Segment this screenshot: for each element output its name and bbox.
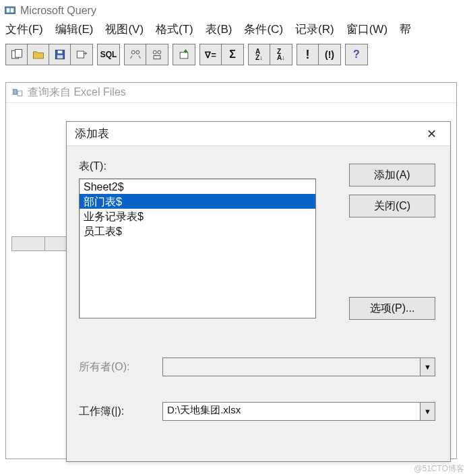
criteria-equals-button[interactable]: ∇= — [200, 44, 222, 65]
list-item[interactable]: Sheet2$ — [80, 179, 315, 194]
help-icon: ? — [353, 48, 360, 61]
exclaim-label: ! — [306, 48, 310, 62]
list-item[interactable]: 部门表$ — [80, 194, 315, 209]
menu-file[interactable]: 文件(F) — [5, 22, 43, 37]
app-title: Microsoft Query — [20, 5, 96, 17]
menu-criteria[interactable]: 条件(C) — [244, 22, 283, 37]
svg-point-12 — [158, 50, 161, 54]
dialog-title: 添加表 — [75, 126, 109, 141]
svg-rect-7 — [57, 55, 62, 59]
new-query-button[interactable] — [6, 44, 28, 65]
svg-rect-8 — [77, 51, 84, 58]
toolbar: SQL ∇= Σ AZ↓ ZA↓ ! (!) ? — [0, 41, 467, 69]
new-icon — [10, 48, 24, 61]
sort-desc-label: ZA↓ — [277, 48, 285, 61]
owner-value — [163, 358, 420, 376]
sort-desc-button[interactable]: ZA↓ — [270, 44, 292, 65]
svg-rect-14 — [180, 53, 188, 59]
criteria-icon — [150, 48, 164, 61]
table-listbox[interactable]: Sheet2$部门表$业务记录表$员工表$ — [79, 178, 316, 318]
owner-label: 所有者(O): — [79, 360, 153, 374]
dialog-titlebar: 添加表 ✕ — [67, 122, 450, 146]
menu-window[interactable]: 窗口(W) — [346, 22, 387, 37]
svg-point-9 — [131, 50, 135, 54]
list-item[interactable]: 业务记录表$ — [80, 209, 315, 224]
owner-row: 所有者(O): ▼ — [79, 358, 435, 376]
svg-rect-1 — [7, 8, 10, 12]
child-window-title: 查询来自 Excel Files — [28, 86, 126, 100]
show-criteria-button[interactable] — [146, 44, 168, 65]
paren-exclaim-label: (!) — [325, 49, 334, 60]
workbook-value: D:\天地集团.xlsx — [163, 403, 420, 420]
totals-button[interactable]: Σ — [222, 44, 243, 65]
child-window-icon — [11, 87, 24, 99]
svg-rect-4 — [15, 50, 22, 58]
filter-eq-label: ∇= — [205, 50, 216, 60]
chevron-down-icon[interactable]: ▼ — [420, 403, 435, 420]
list-item[interactable]: 员工表$ — [80, 224, 315, 238]
open-button[interactable] — [28, 44, 49, 65]
show-tables-button[interactable] — [125, 44, 146, 65]
add-button[interactable]: 添加(A) — [349, 164, 435, 186]
tables-icon — [129, 48, 142, 61]
sql-button[interactable]: SQL — [98, 44, 119, 65]
save-icon — [53, 48, 67, 61]
save-button[interactable] — [49, 44, 71, 65]
sql-label: SQL — [100, 50, 117, 59]
menu-table[interactable]: 表(B) — [206, 22, 232, 37]
menu-format[interactable]: 格式(T) — [156, 22, 193, 37]
workbook-label: 工作簿(|): — [79, 405, 153, 419]
svg-rect-15 — [13, 89, 17, 94]
chevron-down-icon: ▼ — [420, 358, 435, 376]
menubar: 文件(F) 编辑(E) 视图(V) 格式(T) 表(B) 条件(C) 记录(R)… — [0, 19, 467, 41]
titlebar: Microsoft Query — [0, 0, 467, 19]
close-button[interactable]: 关闭(C) — [349, 195, 435, 217]
menu-records[interactable]: 记录(R) — [295, 22, 334, 37]
menu-edit[interactable]: 编辑(E) — [55, 22, 94, 37]
add-table-icon — [177, 48, 191, 61]
svg-rect-2 — [11, 8, 14, 12]
options-button[interactable]: 选项(P)... — [349, 297, 435, 320]
svg-rect-16 — [18, 91, 22, 96]
open-icon — [32, 48, 45, 61]
svg-rect-13 — [154, 56, 160, 59]
svg-rect-6 — [57, 50, 62, 53]
child-window-titlebar: 查询来自 Excel Files — [6, 83, 456, 103]
return-icon — [75, 48, 88, 61]
workbook-row: 工作簿(|): D:\天地集团.xlsx ▼ — [79, 402, 435, 421]
query-now-button[interactable]: ! — [297, 44, 319, 65]
add-table-dialog: 添加表 ✕ 表(T): Sheet2$部门表$业务记录表$员工表$ 添加(A) … — [66, 121, 451, 462]
workbook-combobox[interactable]: D:\天地集团.xlsx ▼ — [162, 402, 435, 421]
grid-col-stub — [12, 237, 45, 250]
help-button[interactable]: ? — [346, 44, 367, 65]
menu-help[interactable]: 帮 — [400, 22, 411, 37]
menu-view[interactable]: 视图(V) — [105, 22, 144, 37]
auto-query-button[interactable]: (!) — [319, 44, 340, 65]
add-table-button[interactable] — [173, 44, 195, 65]
owner-combobox: ▼ — [162, 358, 435, 376]
sort-asc-button[interactable]: AZ↓ — [249, 44, 270, 65]
watermark: @51CTO博客 — [414, 463, 464, 475]
svg-point-11 — [153, 50, 156, 54]
sigma-label: Σ — [229, 48, 236, 61]
svg-point-10 — [135, 50, 139, 54]
sort-asc-label: AZ↓ — [255, 48, 263, 61]
app-icon — [4, 5, 16, 17]
dialog-body: 表(T): Sheet2$部门表$业务记录表$员工表$ 添加(A) 关闭(C) … — [67, 146, 450, 461]
dialog-close-button[interactable]: ✕ — [421, 125, 442, 143]
return-data-button[interactable] — [71, 44, 92, 65]
